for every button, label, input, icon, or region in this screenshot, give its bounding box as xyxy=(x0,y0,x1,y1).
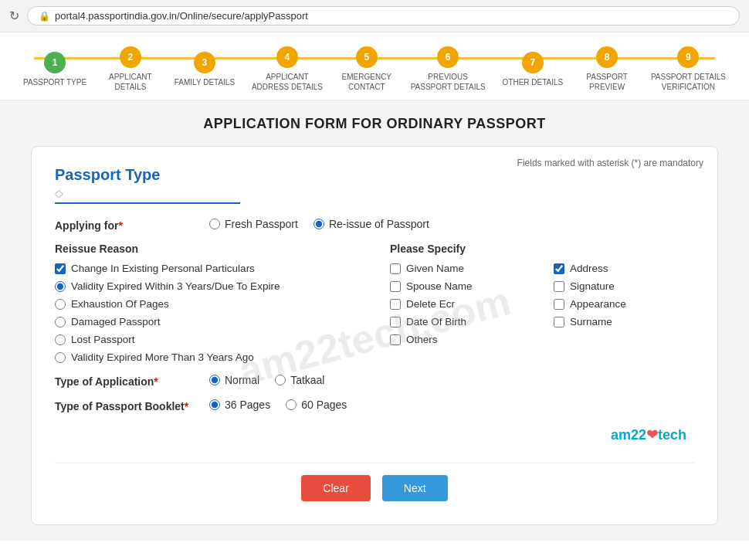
reissue-section: Reissue Reason Change In Existing Person… xyxy=(55,243,694,363)
step-3[interactable]: 3 FAMILY DETAILS xyxy=(175,52,235,87)
specify-surname-checkbox[interactable] xyxy=(554,317,564,328)
url-bar[interactable]: 🔒 portal4.passportindia.gov.in/Online/se… xyxy=(27,6,740,25)
specify-others[interactable]: Others xyxy=(390,334,530,345)
step-label-4: APPLICANTADDRESS DETAILS xyxy=(252,72,323,92)
60pages-radio[interactable] xyxy=(286,399,297,410)
type-of-application-controls: Normal Tatkaal xyxy=(209,374,694,386)
reason-validity-expired-more[interactable]: Validity Expired More Than 3 Years Ago xyxy=(55,351,359,363)
reason-damaged[interactable]: Damaged Passport xyxy=(55,316,359,328)
tatkaal-option[interactable]: Tatkaal xyxy=(275,374,324,386)
36pages-radio[interactable] xyxy=(209,399,220,410)
step-label-5: EMERGENCYCONTACT xyxy=(342,72,391,92)
progress-bar: 1 PASSPORT TYPE 2 APPLICANTDETAILS 3 FAM… xyxy=(0,32,749,100)
browser-bar: ↻ 🔒 portal4.passportindia.gov.in/Online/… xyxy=(0,0,749,32)
refresh-icon[interactable]: ↻ xyxy=(9,8,19,23)
specify-appearance[interactable]: Appearance xyxy=(554,298,694,310)
please-specify-title: Please Specify xyxy=(390,243,694,255)
reissue-reason-list: Change In Existing Personal Particulars … xyxy=(55,263,359,363)
reason-validity-3-radio[interactable] xyxy=(55,281,66,292)
progress-steps: 1 PASSPORT TYPE 2 APPLICANTDETAILS 3 FAM… xyxy=(23,46,726,92)
reissue-reason-title: Reissue Reason xyxy=(55,243,359,255)
lock-icon: 🔒 xyxy=(39,11,50,22)
step-label-3: FAMILY DETAILS xyxy=(175,77,235,87)
step-label-6: PREVIOUSPASSPORT DETAILS xyxy=(411,72,486,92)
fresh-passport-option[interactable]: Fresh Passport xyxy=(209,218,298,230)
specify-given-name[interactable]: Given Name xyxy=(390,263,530,274)
brand-tech: tech xyxy=(658,427,686,443)
reissue-right: Please Specify Given Name Address Spo xyxy=(390,243,694,363)
step-circle-5: 5 xyxy=(356,46,378,68)
button-row: Clear Next xyxy=(55,463,694,501)
tatkaal-radio[interactable] xyxy=(275,375,286,385)
url-text: portal4.passportindia.gov.in/Online/secu… xyxy=(55,10,308,22)
step-9[interactable]: 9 PASSPORT DETAILSVERIFICATION xyxy=(651,46,726,92)
step-circle-8: 8 xyxy=(596,46,618,68)
reason-exhaustion[interactable]: Exhaustion Of Pages xyxy=(55,298,359,310)
branding: am22❤tech xyxy=(55,423,694,443)
page-title: APPLICATION FORM FOR ORDINARY PASSPORT xyxy=(31,116,718,132)
page-wrapper: 1 PASSPORT TYPE 2 APPLICANTDETAILS 3 FAM… xyxy=(0,32,749,560)
brand-heart-icon: ❤ xyxy=(646,427,658,443)
normal-radio[interactable] xyxy=(209,375,220,385)
specify-others-checkbox[interactable] xyxy=(390,334,401,345)
type-of-booklet-row: Type of Passport Booklet* 36 Pages 60 Pa… xyxy=(55,399,694,412)
type-of-booklet-controls: 36 Pages 60 Pages xyxy=(209,399,694,411)
step-7[interactable]: 7 OTHER DETAILS xyxy=(503,52,564,87)
step-8[interactable]: 8 PASSPORTPREVIEW xyxy=(580,46,634,92)
fresh-passport-radio[interactable] xyxy=(209,219,220,229)
step-circle-3: 3 xyxy=(194,52,215,73)
main-content: APPLICATION FORM FOR ORDINARY PASSPORT a… xyxy=(0,100,749,541)
specify-delete-ecr[interactable]: Delete Ecr xyxy=(390,298,530,310)
applying-for-row: Applying for* Fresh Passport Re-issue of… xyxy=(55,218,694,232)
step-1[interactable]: 1 PASSPORT TYPE xyxy=(23,52,86,87)
specify-dob-checkbox[interactable] xyxy=(390,317,401,328)
reason-validity-expired-3[interactable]: Validity Expired Within 3 Years/Due To E… xyxy=(55,280,359,292)
specify-signature[interactable]: Signature xyxy=(554,280,694,292)
step-5[interactable]: 5 EMERGENCYCONTACT xyxy=(340,46,394,92)
step-label-8: PASSPORTPREVIEW xyxy=(586,72,628,92)
reissue-left: Reissue Reason Change In Existing Person… xyxy=(55,243,359,363)
step-2[interactable]: 2 APPLICANTDETAILS xyxy=(103,46,158,92)
specify-address-checkbox[interactable] xyxy=(554,263,564,274)
reason-change-personal-checkbox[interactable] xyxy=(55,263,66,274)
60pages-option[interactable]: 60 Pages xyxy=(286,399,347,411)
mandatory-note: Fields marked with asterisk (*) are mand… xyxy=(517,158,703,168)
reason-exhaustion-radio[interactable] xyxy=(55,299,66,310)
next-button[interactable]: Next xyxy=(382,475,448,501)
reissue-passport-option[interactable]: Re-issue of Passport xyxy=(313,218,429,230)
36pages-option[interactable]: 36 Pages xyxy=(209,399,270,411)
reissue-passport-radio[interactable] xyxy=(313,219,324,229)
specify-spouse-name[interactable]: Spouse Name xyxy=(390,280,530,292)
step-6[interactable]: 6 PREVIOUSPASSPORT DETAILS xyxy=(411,46,486,92)
specify-date-of-birth[interactable]: Date Of Birth xyxy=(390,316,530,328)
reason-validity-more-radio[interactable] xyxy=(55,352,66,363)
step-circle-4: 4 xyxy=(276,46,298,68)
specify-signature-checkbox[interactable] xyxy=(554,281,564,292)
specify-spouse-name-checkbox[interactable] xyxy=(390,281,401,292)
specify-address[interactable]: Address xyxy=(554,263,694,274)
clear-button[interactable]: Clear xyxy=(301,475,370,501)
normal-option[interactable]: Normal xyxy=(209,374,259,386)
reason-damaged-radio[interactable] xyxy=(55,317,66,328)
section-diamond-icon: ◇ xyxy=(55,187,694,199)
specify-surname[interactable]: Surname xyxy=(554,316,694,328)
specify-delete-ecr-checkbox[interactable] xyxy=(390,299,401,310)
form-section-title: Passport Type xyxy=(55,166,694,184)
step-circle-9: 9 xyxy=(677,46,699,68)
step-circle-2: 2 xyxy=(120,46,141,68)
brand-am: am22 xyxy=(611,427,646,443)
step-circle-7: 7 xyxy=(522,52,544,73)
specify-given-name-checkbox[interactable] xyxy=(390,263,401,274)
applying-for-label: Applying for* xyxy=(55,218,209,232)
reason-lost[interactable]: Lost Passport xyxy=(55,334,359,345)
reason-lost-radio[interactable] xyxy=(55,334,66,345)
reason-change-personal[interactable]: Change In Existing Personal Particulars xyxy=(55,263,359,274)
step-circle-6: 6 xyxy=(437,46,459,68)
specify-appearance-checkbox[interactable] xyxy=(554,299,564,310)
step-label-2: APPLICANTDETAILS xyxy=(109,72,152,92)
form-card: am22tech.com Fields marked with asterisk… xyxy=(31,146,718,525)
section-divider xyxy=(55,202,240,204)
step-label-1: PASSPORT TYPE xyxy=(23,77,86,87)
step-4[interactable]: 4 APPLICANTADDRESS DETAILS xyxy=(252,46,323,92)
type-of-booklet-label: Type of Passport Booklet* xyxy=(55,399,209,412)
